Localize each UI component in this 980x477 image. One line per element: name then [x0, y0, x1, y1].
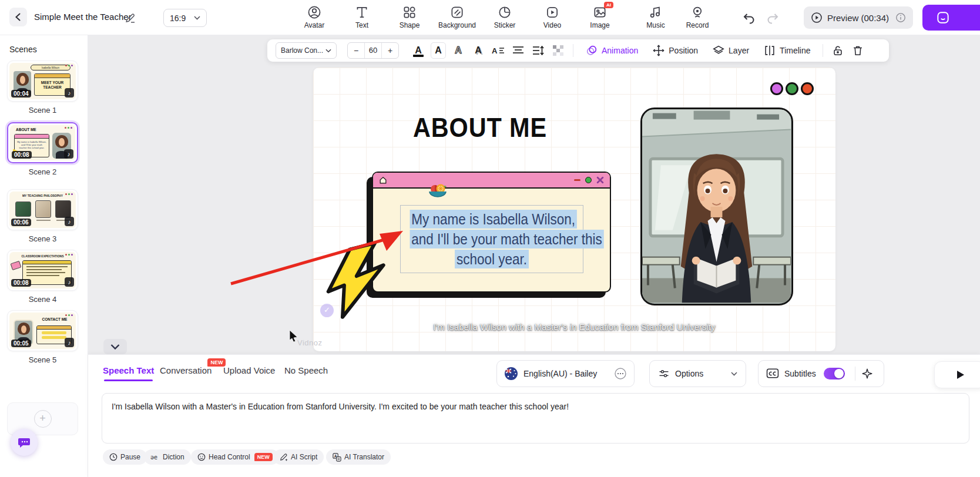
diction-icon: əe	[150, 453, 160, 461]
timeline-button[interactable]: Timeline	[763, 44, 810, 57]
slide-window-titlebar	[373, 173, 610, 189]
chevron-down-icon	[325, 49, 331, 53]
menu-video-label: Video	[532, 21, 573, 29]
back-button[interactable]	[9, 8, 27, 26]
animation-button[interactable]: Animation	[585, 44, 638, 57]
menu-music[interactable]: Music	[635, 5, 676, 29]
undo-button[interactable]	[742, 11, 756, 25]
options-label: Options	[675, 369, 703, 378]
letter-spacing-button[interactable]: A	[488, 42, 508, 59]
scene-4-duration: 00:08	[11, 279, 31, 287]
scene-3-photo-3	[55, 200, 71, 218]
menu-avatar[interactable]: Avatar	[294, 5, 335, 29]
decor-dot-red[interactable]	[801, 82, 814, 95]
export-icon	[935, 10, 951, 25]
options-button[interactable]: Options	[649, 360, 746, 387]
preview-button[interactable]: Preview (00:34)	[804, 6, 913, 29]
video-subtitle[interactable]: I'm Isabella Wilson with a Master's in E…	[313, 322, 835, 332]
redo-button[interactable]	[766, 11, 780, 25]
font-color-button[interactable]: A	[408, 42, 428, 59]
tab-upload-voice[interactable]: Upload Voice	[223, 365, 275, 375]
scene-3-photo-1	[15, 201, 31, 217]
scene-card-2[interactable]: ABOUT ME My name is Isabella Wilson, and…	[7, 122, 78, 163]
menu-video[interactable]: Video	[532, 5, 573, 29]
tab-speech-text[interactable]: Speech Text	[103, 365, 154, 375]
text-shadow-button[interactable]: A	[468, 42, 488, 59]
layer-button[interactable]: Layer	[712, 44, 749, 57]
font-family-value: Barlow Con...	[281, 46, 323, 55]
text-highlight-button[interactable]: A	[431, 42, 446, 59]
rename-button[interactable]	[125, 12, 136, 26]
line-height-button[interactable]	[528, 42, 548, 59]
collapse-panel-button[interactable]	[103, 339, 127, 354]
scene-3-label: Scene 3	[7, 234, 78, 243]
font-size-value[interactable]: 60	[364, 43, 382, 58]
opacity-button[interactable]	[548, 42, 568, 59]
subtitles-toggle[interactable]	[824, 368, 845, 379]
layer-label: Layer	[729, 46, 749, 55]
font-family-select[interactable]: Barlow Con...	[276, 42, 337, 59]
app-root: Simple Meet the Teacher 16:9 Avatar Text…	[0, 0, 980, 477]
diction-chip[interactable]: əe Diction	[144, 449, 191, 465]
scene-1-more[interactable]	[65, 65, 73, 66]
scene-2-more[interactable]	[65, 127, 72, 129]
head-control-chip[interactable]: Head Control NEW	[191, 449, 279, 465]
support-chat-button[interactable]	[11, 429, 38, 456]
font-size-decrease[interactable]: −	[348, 43, 364, 58]
avatar-video-frame[interactable]	[640, 108, 793, 305]
scene-4-more[interactable]	[65, 254, 73, 256]
voice-more-icon[interactable]	[614, 367, 627, 380]
tab-conversation-label: Conversation	[160, 365, 212, 375]
aspect-ratio-value: 16:9	[170, 14, 186, 23]
decor-dot-purple[interactable]	[770, 82, 783, 95]
scene-card-1[interactable]: Isabella Wilson MEET YOUR TEACHER 00:04 …	[7, 61, 78, 102]
voice-select[interactable]: English(AU) - Bailey	[496, 360, 635, 387]
scene-1-thumbnail: Isabella Wilson MEET YOUR TEACHER 00:04 …	[9, 63, 76, 99]
position-button[interactable]: Position	[652, 44, 698, 57]
menu-record[interactable]: Record	[677, 5, 718, 29]
scene-3-more[interactable]	[65, 193, 73, 195]
decor-dot-green[interactable]	[786, 82, 798, 95]
aspect-ratio-select[interactable]: 16:9	[163, 9, 207, 27]
menu-shape[interactable]: Shape	[389, 5, 430, 29]
menu-image[interactable]: AI Image	[579, 5, 620, 29]
play-speech-button[interactable]	[934, 361, 980, 388]
slide-window[interactable]: My name is Isabella Wilson, and I'll be …	[372, 172, 611, 293]
scene-4-music-badge: ♪	[65, 277, 74, 287]
scene-card-4[interactable]: CLASSROOM EXPECTATIONS 00:08 ♪	[7, 250, 78, 291]
lock-button[interactable]	[828, 42, 848, 59]
font-size-increase[interactable]: +	[382, 43, 398, 58]
slide-text-box[interactable]: My name is Isabella Wilson, and I'll be …	[400, 205, 583, 273]
text-align-button[interactable]	[508, 42, 528, 59]
fruit-bowl-graphic	[428, 183, 448, 204]
timeline-icon	[763, 44, 776, 57]
scene-card-5[interactable]: CONTACT ME 00:05 ♪	[7, 310, 78, 351]
menu-sticker-label: Sticker	[484, 21, 525, 29]
delete-button[interactable]	[848, 42, 868, 59]
scene-5-more[interactable]	[65, 314, 73, 316]
scene-5-duration: 00:05	[11, 340, 31, 347]
tab-no-speech[interactable]: No Speech	[284, 365, 328, 375]
scene-4-label: Scene 4	[7, 295, 78, 304]
voice-value: English(AU) - Bailey	[523, 369, 597, 378]
menu-sticker[interactable]: Sticker	[484, 5, 525, 29]
ai-script-chip[interactable]: AI Script	[273, 449, 324, 465]
text-outline-button[interactable]: A	[448, 42, 468, 59]
ai-translator-chip[interactable]: A AI Translator	[326, 449, 391, 465]
sparkle-wand-icon[interactable]	[861, 367, 874, 380]
export-button[interactable]	[922, 5, 980, 31]
pen-sparkle-icon	[280, 453, 288, 461]
pause-chip[interactable]: Pause	[103, 449, 147, 465]
menu-text[interactable]: Text	[341, 5, 382, 29]
speech-text-input[interactable]: I'm Isabella Wilson with a Master's in E…	[102, 393, 969, 444]
slide-title[interactable]: ABOUT ME	[377, 112, 583, 143]
scene-5-thumb-title: CONTACT ME	[38, 317, 72, 321]
ai-badge: AI	[604, 2, 613, 8]
redo-icon	[766, 11, 780, 25]
teacher-avatar-image	[642, 109, 791, 303]
scene-1-name-tag: Isabella Wilson	[31, 65, 71, 70]
menu-background[interactable]: Background	[437, 5, 478, 29]
tab-conversation[interactable]: Conversation NEW	[160, 365, 212, 375]
scene-card-3[interactable]: MY TEACHING PHILOSOPHY 00:06 ♪	[7, 189, 78, 230]
background-icon	[449, 5, 465, 20]
